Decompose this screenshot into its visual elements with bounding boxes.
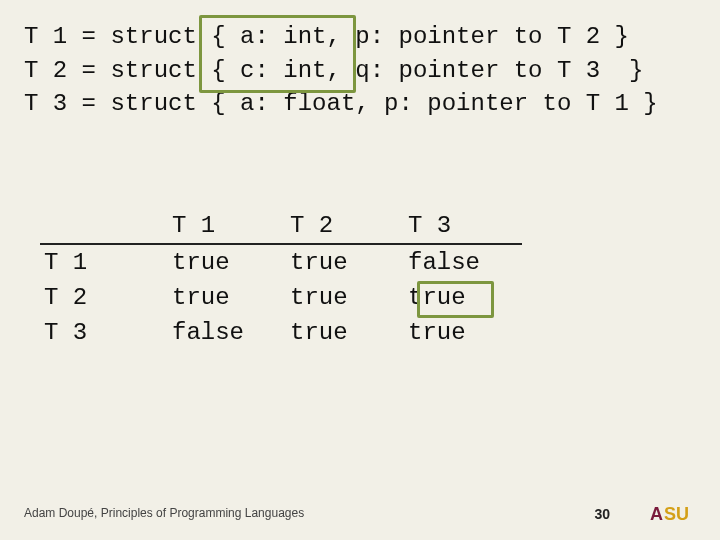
row-h-2: T 2 (40, 280, 168, 315)
def3-name: T 3 (24, 90, 67, 117)
def1-name: T 1 (24, 23, 67, 50)
col-h-2: T 2 (286, 208, 404, 244)
col-h-3: T 3 (404, 208, 522, 244)
logo-su: SU (664, 504, 689, 524)
def3-body: struct { a: float, p: pointer to T 1 } (110, 90, 657, 117)
type-definitions: T 1 = struct { a: int, p: pointer to T 2… (24, 20, 696, 121)
def2-body: struct { c: int, q: pointer to T 3 } (110, 57, 643, 84)
logo-a: A (650, 504, 663, 524)
slide-root: T 1 = struct { a: int, p: pointer to T 2… (0, 0, 720, 540)
col-h-1: T 1 (168, 208, 286, 244)
def1-body: struct { a: int, p: pointer to T 2 } (110, 23, 628, 50)
cell-2-2: true (286, 280, 404, 315)
cell-2-1: true (168, 280, 286, 315)
highlight-box-defs (199, 15, 356, 93)
def2-name: T 2 (24, 57, 67, 84)
equiv-table: T 1 T 2 T 3 T 1 true true false T 2 true… (40, 208, 522, 350)
page-number: 30 (594, 506, 610, 522)
row-h-1: T 1 (40, 244, 168, 280)
cell-1-1: true (168, 244, 286, 280)
footer-text: Adam Doupé, Principles of Programming La… (24, 506, 304, 520)
cell-1-2: true (286, 244, 404, 280)
def-row-1: T 1 = struct { a: int, p: pointer to T 2… (24, 20, 696, 54)
def-row-2: T 2 = struct { c: int, q: pointer to T 3… (24, 54, 696, 88)
cell-3-1: false (168, 315, 286, 350)
row-h-3: T 3 (40, 315, 168, 350)
cell-1-3: false (404, 244, 522, 280)
asu-logo: A SU (650, 500, 700, 526)
def-row-3: T 3 = struct { a: float, p: pointer to T… (24, 87, 696, 121)
col-empty (40, 208, 168, 244)
highlight-box-cell (417, 281, 494, 318)
cell-3-3: true (404, 315, 522, 350)
cell-3-2: true (286, 315, 404, 350)
